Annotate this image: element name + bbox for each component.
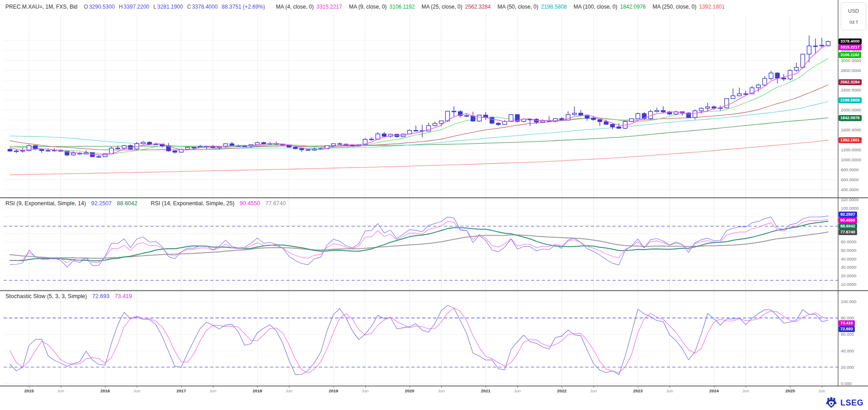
time-axis-label: 2021 [481,388,490,393]
price-axis-label: 800.0000 [841,167,859,172]
stoch-layer [4,305,838,375]
time-axis-tick [137,386,137,388]
ohlc-field-label: L [154,4,157,10]
price-axis-label: 100.0000 [841,206,859,211]
time-axis-tick [105,386,106,388]
price-badge: 88.6042 [839,223,857,229]
unit-label: oz t [849,19,858,24]
time-axis-tick [257,386,258,388]
price-badge: 3106.1192 [839,52,861,58]
time-axis-label: Jun [133,388,140,393]
ma-legend-value: 2562.3284 [465,4,491,10]
time-axis-label: Jun [514,388,521,393]
ma-legend-label: MA (4, close, 0) [276,4,313,10]
time-axis-label: Jun [438,388,444,393]
time-axis-tick [517,386,518,388]
time-axis-label: Jun [666,388,673,393]
ohlc-field-value: 3281.1900 [157,4,183,10]
time-axis-tick [213,386,213,388]
rsi-layer [4,216,838,280]
price-axis-label: 50.0000 [841,248,856,253]
lseg-logo: LSEG [825,397,863,409]
time-axis-tick [289,386,289,388]
candles-layer[interactable] [8,35,830,157]
price-badge: 77.6740 [839,229,857,235]
time-axis-tick [29,386,29,388]
rsi-title-1: RSI (9, Exponential, Simple, 14) [5,200,86,207]
ma-legend-item[interactable]: MA (4, close, 0)3315.2217 [276,4,342,10]
time-axis-tick [333,386,334,388]
time-axis-label: Jun [362,388,368,393]
ma-legend-item[interactable]: MA (100, close, 0)1842.0976 [574,4,646,10]
price-badge: 3315.2217 [839,44,862,50]
stochastic-k-value: 72.693 [92,293,109,299]
rsi-value-3: 90.4550 [240,200,260,207]
rsi-value-4: 77.6740 [265,200,286,207]
price-badge: 3378.4000 [839,39,862,44]
stochastic-title: Stochastic Slow (5, 3, 3, Simple) [5,293,87,299]
price-axis-label: 40.000 [841,348,854,353]
rsi-value-2: 88.6042 [117,200,137,207]
time-axis-tick [790,386,791,388]
time-axis-label: 2025 [785,388,795,393]
ma4-layer [10,45,828,155]
ma-legend-value: 3106.1192 [390,4,415,10]
ma-legend-value: 3315.2217 [316,4,342,10]
stochastic-header[interactable]: Stochastic Slow (5, 3, 3, Simple) 72.693… [5,293,135,299]
ma-legend-item[interactable]: MA (25, close, 0)2562.3284 [421,4,491,10]
time-axis-label: Jun [590,388,597,393]
time-axis-tick [410,386,410,388]
price-axis-label: 20.0000 [841,273,856,278]
ma-legend-label: MA (50, close, 0) [497,4,538,10]
time-axis-label: 2018 [252,388,262,393]
price-badge: 72.693 [839,326,855,332]
price-axis-label: 20.000 [841,365,854,370]
price-badge: 92.2507 [839,212,857,217]
time-axis-label: 2016 [100,388,110,393]
price-axis-label: 2000.0000 [841,107,861,112]
price-axis-label: 3000.0000 [841,58,861,63]
ohlc-field-value: 3378.4000 [192,4,218,10]
time-axis-tick [441,386,442,388]
currency-label: USD [848,8,859,14]
price-axis-label: 100.000 [841,299,856,304]
time-axis-tick [562,386,562,388]
ohlc-fields: O3290.5300H3397.2200L3281.1900C3378.4000… [84,4,269,10]
time-axis-tick [714,386,714,388]
ohlc-field-label: H [119,4,123,10]
price-axis-label: 1200.0000 [841,147,861,152]
time-axis-tick [365,386,366,388]
ma-legend-label: MA (250, close, 0) [652,4,696,10]
time-axis-label: 2017 [176,388,186,393]
price-axis-label: 1000.0000 [841,157,861,162]
ohlc-field-value: 3397.2200 [124,4,149,10]
ma-legend-item[interactable]: MA (9, close, 0)3106.1192 [349,4,415,10]
ohlc-field-label: C [187,4,191,10]
time-axis-label: 2019 [328,388,338,393]
price-badge: 2198.5808 [839,97,862,103]
chart-window: PREC.M.XAU=, 1M, FXS, Bid O3290.5300H339… [0,0,868,410]
time-axis-tick [593,386,594,388]
time-axis-tick [486,386,486,388]
time-axis-tick [746,386,746,388]
time-axis-label: 2015 [24,388,34,393]
time-axis-label: Jun [818,388,825,393]
time-axis-label: Jun [209,388,216,393]
ma-legend-item[interactable]: MA (50, close, 0)2198.5808 [497,4,567,10]
price-badge: 2562.3284 [839,79,862,85]
instrument-label: PREC.M.XAU=, 1M, FXS, Bid [5,4,77,10]
rsi-header[interactable]: RSI (9, Exponential, Simple, 14) 92.2507… [5,200,289,207]
ma-legend-label: MA (100, close, 0) [574,4,617,10]
ma-overlays-layer [10,58,828,174]
time-axis-tick [61,386,61,388]
price-axis-label: 10.0000 [841,282,856,287]
ma-legend-item[interactable]: MA (250, close, 0)1392.1801 [652,4,724,10]
price-axis-label: 0.000 [841,381,852,386]
price-axis-unit-box: USD oz t [841,2,866,30]
price-axis-label: 60.000 [841,332,854,337]
price-axis-label: 30.0000 [841,265,856,270]
ma-legend-value: 1842.0976 [620,4,646,10]
ohlc-field-value: 88.3751 (+2.69%) [222,4,265,10]
time-axis-tick [670,386,670,388]
price-badge: 73.419 [839,320,855,326]
